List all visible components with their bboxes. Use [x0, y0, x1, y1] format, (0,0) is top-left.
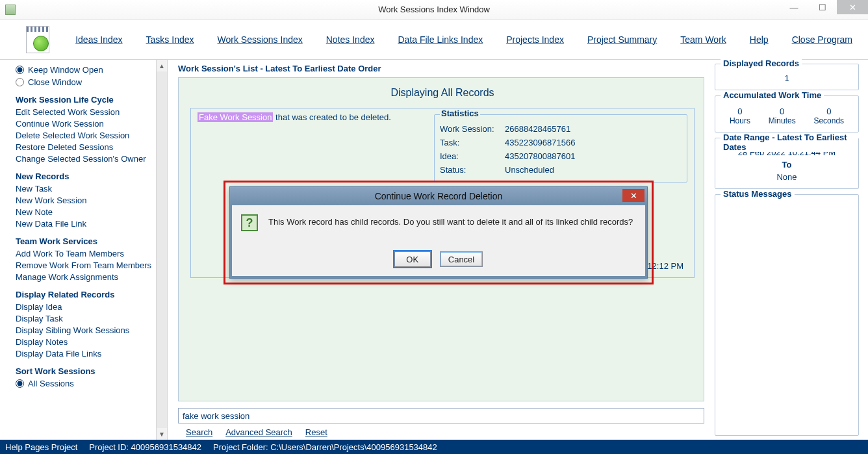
group-new-records: New Records [16, 171, 156, 181]
radio-close[interactable] [16, 78, 24, 86]
menu-help[interactable]: Help [750, 34, 769, 45]
link-change-owner[interactable]: Change Selected Session's Owner [16, 154, 156, 164]
radio-close-window[interactable]: Close Window [16, 77, 156, 87]
window-titlebar: Work Sessions Index Window — ☐ ✕ [0, 0, 868, 19]
dialog-highlight: Continue Work Record Deletion ✕ ? This W… [223, 181, 654, 284]
footer-help: Help Pages Project [5, 442, 77, 452]
window-title: Work Sessions Index Window [0, 5, 868, 14]
menu-team-work[interactable]: Team Work [680, 34, 726, 45]
link-display-dfl[interactable]: Display Data File Links [16, 349, 156, 359]
footer-folder: Project Folder: C:\Users\Darren\Projects… [213, 442, 437, 452]
footer-project-id: Project ID: 400956931534842 [89, 442, 201, 452]
search-row [178, 408, 704, 423]
list-subheader: Displaying All Records [190, 87, 695, 99]
sidebar-scrollbar[interactable]: ▲ ▼ [156, 60, 168, 440]
question-icon: ? [241, 214, 258, 231]
panel-date-range: Date Range - Latest To Earliest Dates 28… [715, 138, 859, 189]
window-buttons: — ☐ ✕ [780, 0, 868, 14]
menu-project-summary[interactable]: Project Summary [587, 34, 657, 45]
record-title: Fake Work Session that was created to be… [198, 112, 431, 122]
dialog-body: ? This Work record has child records. Do… [230, 205, 647, 278]
menu-data-file-links[interactable]: Data File Links Index [398, 34, 483, 45]
search-input[interactable] [178, 408, 704, 423]
menu-projects-index[interactable]: Projects Index [506, 34, 564, 45]
panel-status: Status Messages [715, 194, 859, 436]
link-new-note[interactable]: New Note [16, 207, 156, 217]
record-title-rest: that was created to be deleted. [273, 112, 390, 122]
app-icon [5, 5, 16, 15]
link-manage-work[interactable]: Manage Work Assignments [16, 272, 156, 282]
link-edit-selected[interactable]: Edit Selected Work Session [16, 107, 156, 117]
link-delete-selected[interactable]: Delete Selected Work Session [16, 131, 156, 140]
statistics-box: Statistics Work Session:26688428465761 T… [434, 110, 687, 183]
main-menu: Ideas Index Tasks Index Work Sessions In… [75, 34, 852, 45]
link-new-session[interactable]: New Work Session [16, 195, 156, 205]
link-adv-search[interactable]: Advanced Search [225, 427, 292, 437]
link-add-work[interactable]: Add Work To Team Members [16, 249, 156, 259]
dialog-close-button[interactable]: ✕ [622, 189, 645, 202]
displayed-count: 1 [721, 73, 853, 83]
link-reset[interactable]: Reset [305, 427, 327, 437]
right-column: Displayed Records 1 Accumulated Work Tim… [711, 60, 868, 440]
statistics-title: Statistics [440, 108, 480, 118]
radio-keep-window-open[interactable]: Keep Window Open [16, 65, 156, 75]
status-bar: Help Pages Project Project ID: 400956931… [0, 440, 868, 454]
scroll-down-icon[interactable]: ▼ [157, 428, 167, 440]
link-display-notes[interactable]: Display Notes [16, 337, 156, 347]
group-sort: Sort Work Sessions [16, 366, 156, 376]
link-display-sibling[interactable]: Display Sibling Work Sessions [16, 325, 156, 335]
dialog-buttons: OK Cancel [232, 251, 645, 267]
list-header: Work Session's List - Latest To Earliest… [178, 64, 704, 73]
scroll-up-icon[interactable]: ▲ [157, 60, 167, 71]
link-remove-work[interactable]: Remove Work From Team Members [16, 260, 156, 270]
menu-ideas-index[interactable]: Ideas Index [75, 34, 122, 45]
panel-displayed-records: Displayed Records 1 [715, 64, 859, 90]
menu-close-program[interactable]: Close Program [792, 34, 852, 45]
link-new-task[interactable]: New Task [16, 184, 156, 194]
link-search[interactable]: Search [186, 427, 212, 437]
group-display-related: Display Related Records [16, 290, 156, 299]
dialog-title: Continue Work Record Deletion [230, 191, 647, 201]
link-continue-session[interactable]: Continue Work Session [16, 119, 156, 129]
record-title-highlight: Fake Work Session [198, 112, 273, 122]
radio-all-sessions[interactable]: All Sessions [16, 379, 156, 388]
radio-keep[interactable] [16, 66, 24, 74]
radio-sort-all[interactable] [16, 379, 24, 388]
link-display-task[interactable]: Display Task [16, 314, 156, 323]
menu-tasks-index[interactable]: Tasks Index [146, 34, 194, 45]
menu-work-sessions-index[interactable]: Work Sessions Index [218, 34, 303, 45]
menu-notes-index[interactable]: Notes Index [326, 34, 375, 45]
left-sidebar: Keep Window Open Close Window Work Sessi… [0, 60, 156, 440]
panel-time: Accumulated Work Time 0Hours 0Minutes 0S… [715, 95, 859, 132]
group-life-cycle: Work Session Life Cycle [16, 95, 156, 105]
link-display-idea[interactable]: Display Idea [16, 302, 156, 312]
link-restore-deleted[interactable]: Restore Deleted Sessions [16, 142, 156, 152]
dialog-message: This Work record has child records. Do y… [268, 217, 636, 227]
app-logo-icon [26, 26, 49, 53]
link-new-dfl[interactable]: New Data File Link [16, 219, 156, 229]
maximize-button[interactable]: ☐ [808, 0, 837, 14]
ok-button[interactable]: OK [394, 251, 431, 267]
window-close-button[interactable]: ✕ [837, 0, 868, 14]
dialog-titlebar: Continue Work Record Deletion ✕ [230, 187, 647, 205]
group-team-work: Team Work Services [16, 236, 156, 246]
cancel-button[interactable]: Cancel [440, 251, 483, 267]
minimize-button[interactable]: — [780, 0, 808, 14]
confirm-dialog: Continue Work Record Deletion ✕ ? This W… [229, 186, 648, 279]
top-toolbar: Ideas Index Tasks Index Work Sessions In… [0, 19, 868, 60]
search-links: Search Advanced Search Reset [178, 427, 704, 437]
